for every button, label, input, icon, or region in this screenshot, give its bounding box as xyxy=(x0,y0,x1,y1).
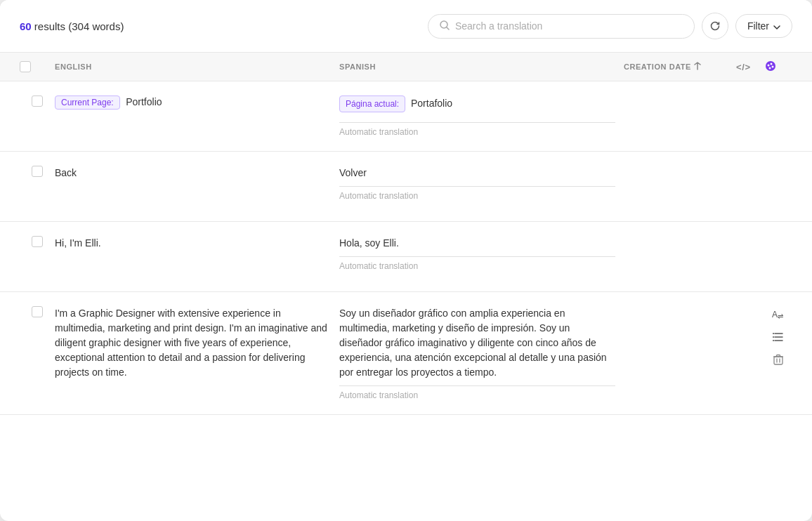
svg-point-6 xyxy=(769,67,771,70)
row3-en-text: Hi, I'm Elli. xyxy=(55,236,331,251)
table-row: Back Volver Automatic translation xyxy=(0,152,812,222)
results-summary: 60 results (304 words) xyxy=(20,20,124,32)
row3-es-text: Hola, soy Elli. xyxy=(339,237,399,249)
table-row: I'm a Graphic Designer with extensive ex… xyxy=(0,292,812,415)
row1-paint xyxy=(764,81,792,151)
translate-icon[interactable]: A ⇌ xyxy=(770,306,787,323)
row4-auto-label: Automatic translation xyxy=(339,390,615,400)
col-paint-icon[interactable] xyxy=(764,60,792,74)
row1-es-tag: Página actual: xyxy=(339,95,405,112)
row1-checkbox[interactable] xyxy=(20,81,55,151)
svg-point-4 xyxy=(771,63,773,65)
row1-english: Current Page: Portfolio xyxy=(55,81,339,151)
row3-date xyxy=(624,222,736,291)
row3-auto-label: Automatic translation xyxy=(339,261,615,271)
row2-checkbox[interactable] xyxy=(20,152,55,221)
row4-es-text: Soy un diseñador gráfico con amplia expe… xyxy=(339,308,607,378)
row3-code xyxy=(736,222,764,291)
filter-label: Filter xyxy=(747,20,769,32)
row4-spanish: Soy un diseñador gráfico con amplia expe… xyxy=(339,292,624,414)
main-container: 60 results (304 words) Filter xyxy=(0,0,812,521)
svg-point-2 xyxy=(766,61,775,71)
sort-asc-icon xyxy=(694,62,701,72)
row1-code xyxy=(736,81,764,151)
svg-point-5 xyxy=(772,66,774,68)
refresh-button[interactable] xyxy=(702,13,728,39)
row2-es-text: Volver xyxy=(339,167,367,178)
col-spanish: Spanish xyxy=(339,62,624,71)
row3-spanish: Hola, soy Elli. Automatic translation xyxy=(339,222,624,291)
row1-es-value: Portafolio xyxy=(411,98,452,109)
row4-checkbox[interactable] xyxy=(20,292,55,414)
search-box xyxy=(428,14,695,39)
column-headers: English Spanish Creation Date </> xyxy=(0,53,812,81)
svg-point-3 xyxy=(768,65,770,67)
row1-auto-label: Automatic translation xyxy=(339,127,615,137)
filter-chevron-icon xyxy=(773,20,780,32)
row3-checkbox[interactable] xyxy=(20,222,55,291)
row1-en-tag: Current Page: xyxy=(55,95,120,110)
table-row: Current Page: Portfolio Página actual: P… xyxy=(0,81,812,152)
row3-english: Hi, I'm Elli. xyxy=(55,222,339,291)
delete-icon[interactable] xyxy=(770,351,787,368)
row2-spanish: Volver Automatic translation xyxy=(339,152,624,221)
svg-rect-15 xyxy=(774,357,782,364)
table-header-bar: 60 results (304 words) Filter xyxy=(0,0,812,53)
col-code-icon[interactable]: </> xyxy=(736,62,764,72)
row2-en-text: Back xyxy=(55,166,331,180)
col-creation-date[interactable]: Creation Date xyxy=(624,62,736,72)
row2-english: Back xyxy=(55,152,339,221)
search-input[interactable] xyxy=(455,20,683,32)
row4-english: I'm a Graphic Designer with extensive ex… xyxy=(55,292,339,414)
row1-spanish: Página actual: Portafolio Automatic tran… xyxy=(339,81,624,151)
row4-date xyxy=(624,292,736,414)
row2-date xyxy=(624,152,736,221)
row4-en-text: I'm a Graphic Designer with extensive ex… xyxy=(55,306,331,380)
row4-code xyxy=(736,292,764,414)
row2-paint xyxy=(764,152,792,221)
svg-line-1 xyxy=(446,27,449,29)
row1-en-value: Portfolio xyxy=(126,96,162,107)
row3-paint xyxy=(764,222,792,291)
row1-date xyxy=(624,81,736,151)
row4-actions: A ⇌ xyxy=(764,292,792,414)
svg-text:⇌: ⇌ xyxy=(778,312,783,320)
header-actions: Filter xyxy=(428,13,792,39)
row2-code xyxy=(736,152,764,221)
results-label: results (304 words) xyxy=(32,20,124,32)
table-row: Hi, I'm Elli. Hola, soy Elli. Automatic … xyxy=(0,222,812,292)
row2-auto-label: Automatic translation xyxy=(339,191,615,201)
search-icon xyxy=(440,20,450,32)
select-all-check[interactable] xyxy=(20,61,55,72)
list-icon[interactable] xyxy=(770,329,787,345)
col-english: English xyxy=(55,62,339,71)
filter-button[interactable]: Filter xyxy=(735,14,792,38)
svg-text:A: A xyxy=(772,310,778,319)
results-count: 60 xyxy=(20,20,32,32)
